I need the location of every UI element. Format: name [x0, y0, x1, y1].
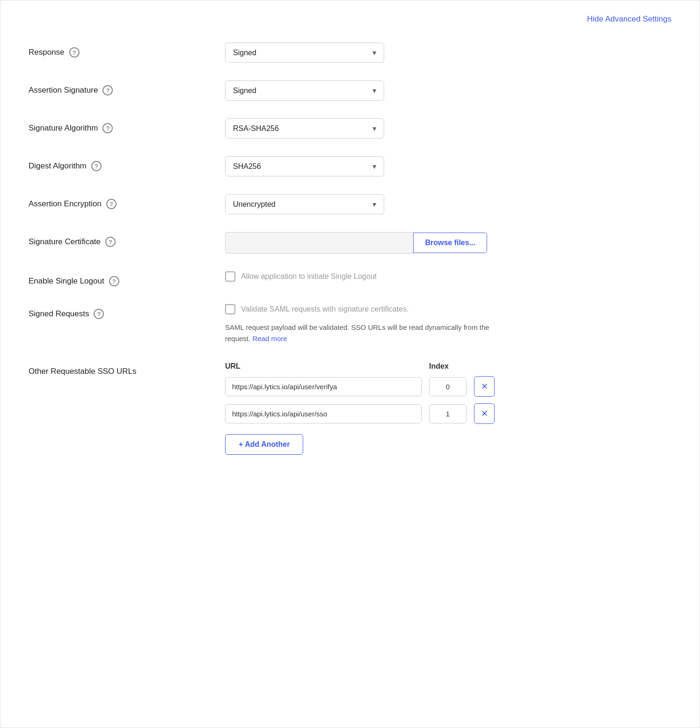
hide-advanced-section: Hide Advanced Settings [29, 15, 671, 24]
sso-urls-row: Other Requestable SSO URLs URL Index ✕ ✕… [29, 362, 671, 455]
assertion-encryption-help-icon[interactable]: ? [106, 199, 117, 209]
response-help-icon[interactable]: ? [69, 47, 80, 58]
signed-requests-read-more-link[interactable]: Read more [252, 335, 287, 342]
assertion-encryption-label: Assertion Encryption ? [29, 194, 225, 209]
signature-certificate-control: Browse files... [225, 232, 671, 254]
response-select[interactable]: Signed Unsigned [225, 43, 384, 63]
signed-requests-checkbox-row: Validate SAML requests with signature ce… [225, 304, 671, 314]
sso-header-row: URL Index [225, 362, 671, 371]
assertion-signature-select-wrapper: Signed Unsigned ▼ [225, 80, 384, 101]
digest-algorithm-select-wrapper: SHA256 SHA1 SHA384 SHA512 ▼ [225, 156, 384, 176]
sso-entry-row: ✕ [225, 403, 671, 424]
assertion-signature-control: Signed Unsigned ▼ [225, 80, 671, 101]
signed-requests-help-icon[interactable]: ? [94, 309, 104, 319]
sso-index-input-2[interactable] [429, 404, 467, 423]
digest-algorithm-help-icon[interactable]: ? [91, 161, 102, 171]
sso-urls-section: URL Index ✕ ✕ + Add Another [225, 362, 671, 455]
enable-single-logout-row: Enable Single Logout ? Allow application… [29, 271, 671, 286]
response-select-wrapper: Signed Unsigned ▼ [225, 43, 384, 63]
digest-algorithm-select[interactable]: SHA256 SHA1 SHA384 SHA512 [225, 156, 384, 176]
signature-algorithm-select[interactable]: RSA-SHA256 RSA-SHA1 RSA-SHA384 RSA-SHA51… [225, 118, 384, 138]
assertion-encryption-select-wrapper: Unencrypted Encrypted ▼ [225, 194, 384, 214]
add-another-button[interactable]: + Add Another [225, 434, 303, 455]
signed-requests-checkbox-label: Validate SAML requests with signature ce… [241, 305, 408, 313]
response-control: Signed Unsigned ▼ [225, 43, 671, 63]
sso-entry-row: ✕ [225, 376, 671, 397]
signature-certificate-label: Signature Certificate ? [29, 232, 225, 247]
digest-algorithm-control: SHA256 SHA1 SHA384 SHA512 ▼ [225, 156, 671, 176]
file-input-row: Browse files... [225, 232, 487, 254]
signed-requests-control: Validate SAML requests with signature ce… [225, 304, 671, 344]
signature-algorithm-select-wrapper: RSA-SHA256 RSA-SHA1 RSA-SHA384 RSA-SHA51… [225, 118, 384, 138]
sso-url-input-1[interactable] [225, 377, 422, 396]
enable-single-logout-control: Allow application to initiate Single Log… [225, 271, 671, 282]
single-logout-checkbox-row: Allow application to initiate Single Log… [225, 271, 671, 282]
sso-urls-label: Other Requestable SSO URLs [29, 362, 225, 376]
assertion-signature-label: Assertion Signature ? [29, 80, 225, 95]
digest-algorithm-label: Digest Algorithm ? [29, 156, 225, 171]
response-row: Response ? Signed Unsigned ▼ [29, 43, 671, 63]
signed-requests-checkbox[interactable] [225, 304, 235, 314]
signature-algorithm-label: Signature Algorithm ? [29, 118, 225, 133]
sso-remove-button-1[interactable]: ✕ [474, 376, 495, 397]
signature-algorithm-row: Signature Algorithm ? RSA-SHA256 RSA-SHA… [29, 118, 671, 138]
assertion-signature-row: Assertion Signature ? Signed Unsigned ▼ [29, 80, 671, 101]
signature-certificate-help-icon[interactable]: ? [105, 237, 116, 247]
assertion-encryption-select[interactable]: Unencrypted Encrypted [225, 194, 384, 214]
signature-certificate-row: Signature Certificate ? Browse files... [29, 232, 671, 254]
single-logout-checkbox-label: Allow application to initiate Single Log… [241, 272, 377, 281]
sso-index-column-header: Index [429, 362, 476, 371]
response-label: Response ? [29, 43, 225, 58]
sso-url-input-2[interactable] [225, 404, 422, 423]
assertion-encryption-control: Unencrypted Encrypted ▼ [225, 194, 671, 214]
signed-requests-label: Signed Requests ? [29, 304, 225, 319]
hide-advanced-link[interactable]: Hide Advanced Settings [587, 15, 671, 23]
enable-single-logout-help-icon[interactable]: ? [109, 276, 119, 286]
browse-files-button[interactable]: Browse files... [413, 233, 487, 253]
enable-single-logout-label: Enable Single Logout ? [29, 271, 225, 286]
signed-requests-description: SAML request payload will be validated. … [225, 322, 506, 344]
file-text-area [225, 232, 413, 254]
signature-algorithm-control: RSA-SHA256 RSA-SHA1 RSA-SHA384 RSA-SHA51… [225, 118, 671, 138]
digest-algorithm-row: Digest Algorithm ? SHA256 SHA1 SHA384 SH… [29, 156, 671, 176]
sso-index-input-1[interactable] [429, 377, 467, 396]
signature-algorithm-help-icon[interactable]: ? [102, 123, 113, 133]
main-container: Hide Advanced Settings Response ? Signed… [0, 0, 700, 728]
assertion-encryption-row: Assertion Encryption ? Unencrypted Encry… [29, 194, 671, 214]
sso-remove-button-2[interactable]: ✕ [474, 403, 495, 424]
single-logout-checkbox[interactable] [225, 271, 235, 282]
sso-url-column-header: URL [225, 362, 422, 371]
assertion-signature-select[interactable]: Signed Unsigned [225, 80, 384, 101]
signed-requests-row: Signed Requests ? Validate SAML requests… [29, 304, 671, 344]
assertion-signature-help-icon[interactable]: ? [102, 85, 113, 95]
